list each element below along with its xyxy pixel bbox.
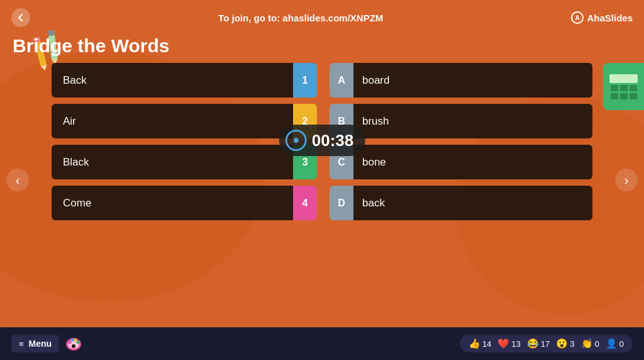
wow-count: 3 (570, 339, 574, 349)
clap-emoji: 👏 (581, 338, 593, 349)
word-text-back: Back (63, 74, 87, 87)
reaction-heart: ❤️ 13 (497, 338, 520, 349)
reaction-wow: 😮 3 (556, 338, 574, 349)
timer-display: 00:38 (312, 131, 354, 150)
logo: A AhaSlides (571, 11, 633, 24)
word-row-4: Come 4 D back (52, 186, 592, 220)
word-row-1: Back 1 A board (52, 63, 592, 98)
join-label: To join, go to: (218, 13, 282, 23)
svg-point-14 (72, 344, 75, 348)
page-title: Bridge the Words (0, 31, 644, 63)
word-right-c: bone (353, 145, 592, 179)
word-letter-a: A (330, 63, 353, 98)
hamburger-icon: ≡ (19, 339, 24, 349)
word-text-come: Come (63, 197, 91, 210)
heart-emoji: ❤️ (497, 338, 509, 349)
reactions-bar: 👍 14 ❤️ 13 😂 17 😮 3 👏 0 👤 0 (460, 335, 633, 352)
letter-label-d: D (338, 198, 345, 209)
number-label-4: 4 (303, 198, 308, 209)
laugh-emoji: 😂 (527, 338, 539, 349)
join-info: To join, go to: ahaslides.com/XNPZM (218, 13, 383, 23)
menu-label: Menu (29, 339, 52, 349)
word-text-air: Air (63, 115, 76, 128)
letter-label-a: A (338, 75, 345, 86)
logo-icon: A (571, 11, 584, 24)
reaction-clap: 👏 0 (581, 338, 599, 349)
number-label-3: 3 (303, 157, 308, 168)
timer-circle-icon (286, 130, 307, 151)
svg-point-10 (69, 341, 72, 344)
back-button[interactable] (11, 8, 30, 27)
timer-inner-dot (294, 138, 299, 143)
heart-count: 13 (511, 339, 520, 349)
clap-count: 0 (595, 339, 599, 349)
word-right-a: board (353, 63, 592, 98)
like-count: 14 (482, 339, 491, 349)
person-count: 0 (619, 339, 624, 349)
bottom-bar: ≡ Menu 👍 14 ❤️ 13 😂 17 😮 3 (0, 327, 644, 360)
word-number-4: 4 (293, 186, 317, 220)
reaction-person: 👤 0 (606, 338, 624, 349)
laugh-count: 17 (541, 339, 550, 349)
menu-button[interactable]: ≡ Menu (11, 335, 59, 352)
prev-button[interactable]: ‹ (6, 169, 29, 191)
number-label-1: 1 (303, 75, 308, 86)
word-left-4: Come (52, 186, 293, 220)
svg-text:A: A (575, 14, 580, 21)
back-arrow-icon (16, 13, 25, 22)
word-number-1: 1 (293, 63, 317, 98)
prev-arrow-icon: ‹ (16, 173, 20, 188)
next-arrow-icon: › (625, 173, 629, 188)
word-right-d: back (353, 186, 592, 220)
reaction-like: 👍 14 (469, 338, 491, 349)
header: To join, go to: ahaslides.com/XNPZM A Ah… (0, 0, 644, 31)
word-left-1: Back (52, 63, 293, 98)
next-button[interactable]: › (615, 169, 638, 191)
logo-text: AhaSlides (587, 13, 633, 23)
word-text-bone: bone (362, 156, 386, 169)
word-text-black: Black (63, 156, 89, 169)
word-right-b: brush (353, 104, 592, 138)
like-emoji: 👍 (469, 338, 480, 349)
reaction-laugh: 😂 17 (527, 338, 550, 349)
person-emoji: 👤 (606, 338, 618, 349)
word-text-brush: brush (362, 115, 389, 128)
svg-point-11 (71, 339, 74, 342)
wow-emoji: 😮 (556, 338, 568, 349)
word-text-board: board (362, 74, 389, 87)
word-letter-d: D (330, 186, 353, 220)
word-text-back: back (362, 197, 385, 210)
word-left-2: Air (52, 104, 293, 138)
svg-point-13 (77, 341, 80, 344)
svg-point-12 (74, 339, 77, 342)
word-left-3: Black (52, 145, 293, 179)
letter-label-c: C (338, 157, 345, 168)
timer-overlay: 00:38 (279, 125, 365, 156)
palette-icon (64, 334, 83, 353)
join-url: ahaslides.com/XNPZM (282, 13, 383, 23)
